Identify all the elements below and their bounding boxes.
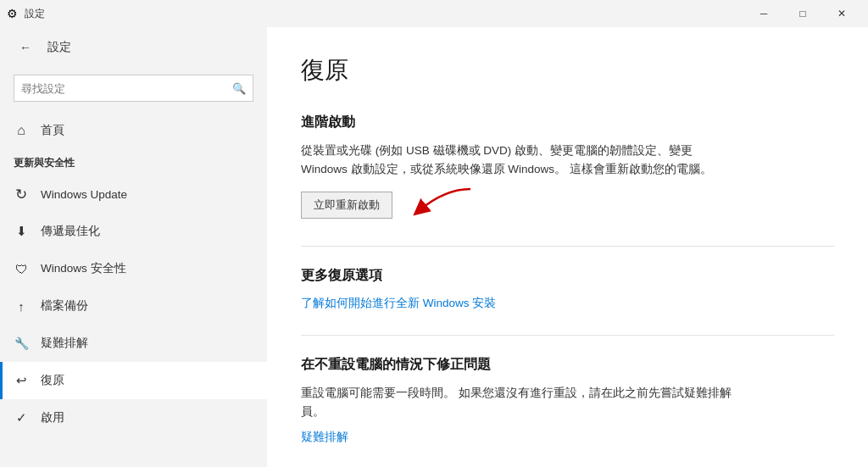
sidebar-item-troubleshoot[interactable]: 🔧 疑難排解 xyxy=(0,325,267,362)
sidebar-item-windows-update-label: Windows Update xyxy=(41,188,127,201)
backup-icon: ↑ xyxy=(14,299,29,314)
sidebar-item-activation[interactable]: ✓ 啟用 xyxy=(0,399,267,436)
activation-icon: ✓ xyxy=(14,410,29,425)
arrow-annotation xyxy=(411,185,479,219)
troubleshoot-link[interactable]: 疑難排解 xyxy=(301,430,348,445)
sidebar-item-backup[interactable]: ↑ 檔案備份 xyxy=(0,287,267,325)
close-button[interactable]: ✕ xyxy=(822,0,861,27)
restart-now-button[interactable]: 立即重新啟動 xyxy=(301,192,392,219)
reinstall-link[interactable]: 了解如何開始進行全新 Windows 安裝 xyxy=(301,296,496,311)
search-box[interactable]: 🔍 xyxy=(14,75,253,102)
sidebar-top-title: 設定 xyxy=(47,40,71,55)
restart-button-row: 立即重新啟動 xyxy=(301,192,392,246)
app-body: ← 設定 🔍 ⌂ 首頁 更新與安全性 ↻ Windows Update ⬇ 傳遞… xyxy=(0,27,868,467)
troubleshoot-icon: 🔧 xyxy=(14,336,29,350)
more-options-title: 更多復原選項 xyxy=(301,267,834,285)
fix-problems-desc: 重設電腦可能需要一段時間。 如果您還沒有進行重設，請在此之前先嘗試疑難排解員。 xyxy=(301,384,742,420)
search-input[interactable] xyxy=(21,82,232,95)
titlebar-title: 設定 xyxy=(25,7,45,21)
restore-button[interactable]: □ xyxy=(783,0,822,27)
sidebar-item-home[interactable]: ⌂ 首頁 xyxy=(0,112,267,149)
sidebar-section-label: 更新與安全性 xyxy=(0,149,267,175)
sidebar-item-backup-label: 檔案備份 xyxy=(41,298,88,314)
divider-2 xyxy=(301,335,834,336)
sidebar-item-recovery[interactable]: ↩ 復原 xyxy=(0,362,267,399)
recovery-icon: ↩ xyxy=(14,373,29,388)
main-content: 復原 進階啟動 從裝置或光碟 (例如 USB 磁碟機或 DVD) 啟動、變更電腦… xyxy=(267,27,868,467)
page-title: 復原 xyxy=(301,54,834,86)
sidebar-item-troubleshoot-label: 疑難排解 xyxy=(41,336,88,351)
settings-icon: ⚙ xyxy=(7,7,18,20)
sidebar-item-activation-label: 啟用 xyxy=(41,410,64,425)
advanced-startup-desc: 從裝置或光碟 (例如 USB 磁碟機或 DVD) 啟動、變更電腦的韌體設定、變更… xyxy=(301,142,742,178)
window-controls: ─ □ ✕ xyxy=(744,0,861,27)
sidebar-item-windows-security[interactable]: 🛡 Windows 安全性 xyxy=(0,250,267,287)
delivery-icon: ⬇ xyxy=(14,224,29,239)
minimize-button[interactable]: ─ xyxy=(744,0,783,27)
sidebar-item-delivery-optimization[interactable]: ⬇ 傳遞最佳化 xyxy=(0,213,267,250)
divider-1 xyxy=(301,246,834,247)
sidebar: ← 設定 🔍 ⌂ 首頁 更新與安全性 ↻ Windows Update ⬇ 傳遞… xyxy=(0,27,267,467)
back-button[interactable]: ← xyxy=(14,36,37,59)
sidebar-header: ← 設定 xyxy=(0,27,267,68)
titlebar: ⚙ 設定 ─ □ ✕ xyxy=(0,0,868,27)
update-icon: ↻ xyxy=(14,186,29,203)
sidebar-item-security-label: Windows 安全性 xyxy=(41,261,126,276)
home-icon: ⌂ xyxy=(14,123,29,138)
security-icon: 🛡 xyxy=(14,262,29,276)
fix-problems-title: 在不重設電腦的情況下修正問題 xyxy=(301,356,834,374)
sidebar-item-delivery-label: 傳遞最佳化 xyxy=(41,224,100,239)
sidebar-item-home-label: 首頁 xyxy=(41,123,64,138)
sidebar-item-recovery-label: 復原 xyxy=(41,373,64,388)
sidebar-item-windows-update[interactable]: ↻ Windows Update xyxy=(0,175,267,213)
advanced-startup-title: 進階啟動 xyxy=(301,114,834,131)
search-icon: 🔍 xyxy=(232,82,246,95)
